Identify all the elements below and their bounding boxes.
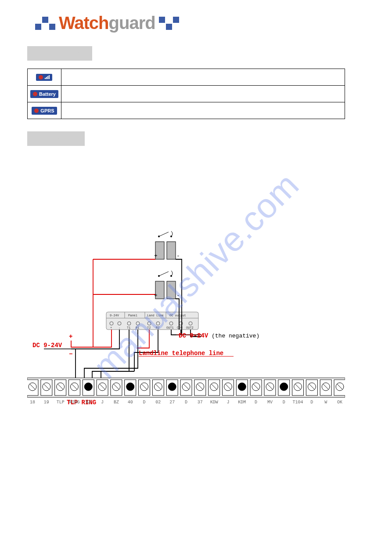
- svg-text:J: J: [227, 400, 229, 405]
- status-desc: [61, 86, 345, 102]
- svg-text:T104: T104: [293, 400, 303, 405]
- svg-text:D: D: [143, 400, 146, 405]
- status-desc: [61, 102, 345, 119]
- svg-point-58: [84, 383, 92, 391]
- svg-text:18: 18: [30, 400, 35, 405]
- logo-check-left: [35, 17, 55, 30]
- status-table: Battery GPRS: [27, 69, 345, 119]
- svg-text:MV: MV: [267, 400, 273, 405]
- svg-text:RING: RING: [69, 400, 79, 405]
- signal-icon: [36, 74, 52, 81]
- section-heading-wiring: Wiring Diagram: [27, 131, 85, 146]
- svg-point-66: [126, 383, 134, 391]
- svg-text:D: D: [310, 400, 313, 405]
- svg-point-88: [238, 383, 246, 391]
- table-row: [28, 69, 345, 86]
- svg-text:37: 37: [198, 400, 203, 405]
- table-row: GPRS: [28, 102, 345, 119]
- brand-logo: Watchguard: [35, 13, 365, 33]
- section-heading-status: LED Status Lights: [27, 46, 92, 61]
- wiring-diagram: + - + -: [27, 171, 345, 417]
- svg-text:W: W: [324, 400, 327, 405]
- svg-text:J: J: [101, 400, 104, 405]
- logo-text: Watchguard: [59, 13, 155, 33]
- logo-check-right: [159, 17, 179, 30]
- table-row: Battery: [28, 86, 345, 102]
- svg-text:BZ: BZ: [86, 400, 91, 405]
- svg-text:D: D: [255, 400, 257, 405]
- svg-text:40: 40: [128, 400, 133, 405]
- status-desc: [61, 69, 345, 86]
- svg-text:02: 02: [155, 400, 161, 405]
- svg-point-74: [168, 383, 176, 391]
- svg-text:BZ: BZ: [114, 400, 119, 405]
- svg-text:KDW: KDW: [210, 400, 218, 405]
- terminal-screws-overlay: 1819TLPRINGBZJBZ40D0227D37KDWJKDMDMVDT10…: [27, 171, 345, 417]
- svg-point-96: [280, 383, 288, 391]
- svg-text:D: D: [185, 400, 187, 405]
- svg-text:KDM: KDM: [238, 400, 246, 405]
- svg-text:OK: OK: [337, 400, 342, 405]
- svg-text:TLP: TLP: [57, 400, 65, 405]
- battery-icon: Battery: [30, 90, 58, 98]
- svg-text:D: D: [283, 400, 285, 405]
- svg-text:19: 19: [44, 400, 49, 405]
- gprs-icon: GPRS: [32, 107, 57, 115]
- svg-text:27: 27: [169, 400, 175, 405]
